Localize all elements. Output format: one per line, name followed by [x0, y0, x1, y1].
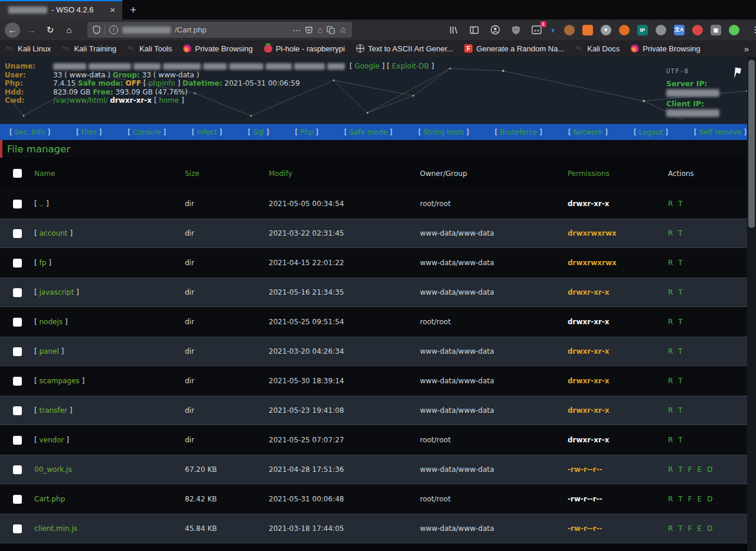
action-t[interactable]: T: [678, 200, 683, 208]
bookmark-kali-docs[interactable]: Kali Docs: [575, 44, 620, 53]
nav-network[interactable]: [ Network ]: [568, 128, 608, 136]
row-checkbox[interactable]: [13, 200, 22, 208]
reload-button[interactable]: ↻: [43, 22, 58, 38]
nav-safe-mode[interactable]: [ Safe mode ]: [344, 128, 392, 136]
column-header-name[interactable]: Name: [34, 169, 185, 178]
file-link[interactable]: [ javascript ]: [34, 288, 185, 296]
action-e[interactable]: E: [698, 524, 703, 533]
row-checkbox[interactable]: [13, 406, 22, 415]
file-link[interactable]: [ .. ]: [34, 200, 185, 208]
ip-lookup-icon[interactable]: IP: [637, 25, 648, 35]
cwd-path-link[interactable]: /var/www/html/: [53, 96, 107, 105]
url-bar[interactable]: i /Cart.php ⋯ ⌂ ☆: [87, 22, 352, 38]
bookmark-star-icon[interactable]: ☆: [339, 25, 347, 35]
permissions-link[interactable]: drwxr-xr-x: [568, 200, 668, 208]
adblock-shield-icon[interactable]: [510, 24, 522, 36]
page-scrollbar[interactable]: [747, 57, 756, 551]
bookmark-private-browsing[interactable]: Private Browsing: [183, 44, 253, 53]
tracking-protection-shield-icon[interactable]: [93, 25, 100, 34]
bookmark-private-browsing[interactable]: Private Browsing: [631, 44, 700, 53]
file-link[interactable]: [ transfer ]: [34, 406, 185, 415]
action-r[interactable]: R: [668, 377, 673, 385]
action-r[interactable]: R: [668, 259, 673, 267]
robot-extension-icon[interactable]: [656, 25, 666, 35]
action-t[interactable]: T: [678, 495, 683, 503]
browser-tab[interactable]: - WSO 4.2.6 ×: [0, 0, 122, 19]
column-header-size[interactable]: Size: [185, 169, 269, 178]
file-link[interactable]: Cart.php: [34, 495, 185, 503]
row-checkbox[interactable]: [13, 465, 22, 474]
back-button[interactable]: ←: [5, 22, 20, 38]
action-t[interactable]: T: [678, 465, 683, 474]
fox-cluster-icon[interactable]: [619, 25, 630, 35]
more-options-icon[interactable]: ⋯: [292, 25, 301, 35]
proxy-globe-icon[interactable]: ▼: [601, 25, 611, 35]
bookmark-kali-linux[interactable]: Kali Linux: [6, 44, 51, 53]
file-link[interactable]: [ panel ]: [34, 347, 185, 356]
row-checkbox[interactable]: [13, 229, 22, 238]
file-link[interactable]: client.min.js: [34, 524, 185, 533]
select-all-checkbox[interactable]: [13, 169, 22, 178]
permissions-link[interactable]: drwxrwxrwx: [568, 229, 668, 237]
sidebar-icon[interactable]: [468, 24, 480, 36]
action-r[interactable]: R: [668, 200, 673, 208]
action-t[interactable]: T: [678, 377, 683, 385]
forward-button[interactable]: →: [24, 22, 39, 38]
new-tab-button[interactable]: +: [122, 0, 144, 19]
action-t[interactable]: T: [678, 524, 683, 533]
nav-files[interactable]: [ Files ]: [76, 128, 102, 136]
nav-console[interactable]: [ Console ]: [128, 128, 166, 136]
permissions-link[interactable]: drwxr-xr-x: [568, 377, 668, 385]
scrollbar-thumb[interactable]: [748, 60, 755, 228]
exploitdb-link[interactable]: [ Exploit-DB ]: [387, 62, 434, 70]
bookmark-pi-hole-raspberrypi[interactable]: Pi-hole - raspberrypi: [264, 44, 345, 53]
action-r[interactable]: R: [668, 288, 673, 296]
row-checkbox[interactable]: [13, 288, 22, 297]
action-r[interactable]: R: [668, 465, 673, 474]
action-r[interactable]: R: [668, 318, 673, 326]
nav-sec-info[interactable]: [ Sec. Info ]: [9, 128, 50, 136]
action-d[interactable]: D: [707, 465, 713, 474]
bookmark-generate-a-random-na-[interactable]: FGenerate a Random Na...: [464, 44, 564, 53]
nav-infect[interactable]: [ Infect ]: [192, 128, 222, 136]
nav-php[interactable]: [ Php ]: [295, 128, 318, 136]
row-checkbox[interactable]: [13, 377, 22, 386]
nav-logout[interactable]: [ Logout ]: [634, 128, 668, 136]
nav-bruteforce[interactable]: [ Bruteforce ]: [495, 128, 542, 136]
permissions-link[interactable]: drwxr-xr-x: [568, 318, 668, 326]
pihole-house-icon[interactable]: ⌂: [317, 25, 322, 35]
action-t[interactable]: T: [678, 318, 683, 326]
file-link[interactable]: [ fp ]: [34, 259, 185, 267]
file-link[interactable]: 00_work.js: [34, 465, 185, 474]
containers-icon[interactable]: 1: [530, 24, 542, 36]
foxyproxy-icon[interactable]: [582, 25, 593, 35]
action-r[interactable]: R: [668, 495, 673, 503]
screenshot-extension-icon[interactable]: ▣: [711, 25, 721, 35]
charset-indicator[interactable]: UTF-8: [666, 67, 689, 75]
nav-string-tools[interactable]: [ String tools ]: [418, 128, 469, 136]
column-header-permissions[interactable]: Permissions: [568, 169, 668, 178]
account-icon[interactable]: [489, 24, 501, 36]
tab-close-icon[interactable]: ×: [107, 5, 118, 15]
bookmarks-overflow-icon[interactable]: »: [744, 44, 749, 54]
action-e[interactable]: E: [698, 495, 703, 503]
bookmark-kali-tools[interactable]: Kali Tools: [128, 44, 172, 53]
toggle-extension-icon[interactable]: [729, 25, 739, 35]
url-path[interactable]: /Cart.php: [175, 25, 288, 34]
file-link[interactable]: [ nodejs ]: [34, 318, 185, 326]
phpinfo-link[interactable]: [ phpinfo ]: [144, 79, 180, 87]
bookmark-kali-training[interactable]: Kali Training: [62, 44, 116, 53]
action-d[interactable]: D: [707, 524, 713, 533]
action-t[interactable]: T: [678, 406, 683, 415]
row-checkbox[interactable]: [13, 318, 22, 327]
action-f[interactable]: F: [688, 465, 693, 474]
file-link[interactable]: [ account ]: [34, 229, 185, 237]
row-checkbox[interactable]: [13, 259, 22, 268]
column-header-modify[interactable]: Modify: [269, 169, 420, 178]
action-f[interactable]: F: [688, 495, 693, 503]
nav-sql[interactable]: [ Sql ]: [248, 128, 269, 136]
permissions-link[interactable]: drwxr-xr-x: [568, 288, 668, 296]
file-link[interactable]: [ scampages ]: [34, 377, 185, 385]
red-creature-icon[interactable]: [692, 25, 703, 35]
action-t[interactable]: T: [678, 436, 683, 444]
